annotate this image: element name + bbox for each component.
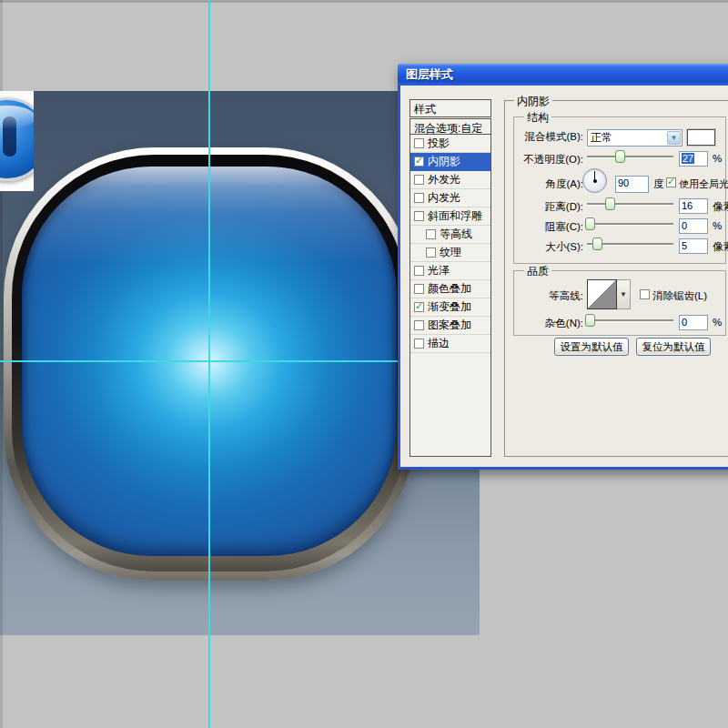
- reset-default-button[interactable]: 复位为默认值: [636, 338, 711, 356]
- slider-track: [587, 223, 673, 225]
- effect-item-pattern-overlay[interactable]: 图案叠加: [410, 317, 490, 335]
- dialog-title: 图层样式: [406, 66, 453, 83]
- angle-label: 角度(A):: [516, 177, 583, 191]
- size-field[interactable]: 5: [679, 238, 708, 254]
- checkbox-icon[interactable]: [426, 248, 436, 258]
- effect-item-satin[interactable]: 光泽: [410, 262, 490, 280]
- inner-shadow-panel: 内阴影 结构 混合模式(B): 正常 ▼ 不透明度(O):: [504, 100, 728, 457]
- noise-field[interactable]: 0: [679, 315, 708, 330]
- effect-item-bevel-emboss[interactable]: 斜面和浮雕: [410, 207, 490, 226]
- choke-label: 阻塞(C):: [516, 220, 583, 234]
- blue-orb-icon: [0, 97, 34, 181]
- slider-track: [587, 203, 673, 205]
- quality-legend: 品质: [524, 264, 551, 279]
- slider-thumb-icon[interactable]: [615, 150, 625, 163]
- checkbox-icon[interactable]: [414, 284, 424, 294]
- slider-track: [587, 156, 673, 157]
- checkbox-icon[interactable]: [414, 138, 424, 148]
- effect-item-stroke[interactable]: 描边: [410, 335, 490, 353]
- anti-alias-label: 消除锯齿(L): [652, 289, 707, 303]
- shadow-color-swatch[interactable]: [687, 129, 715, 146]
- opacity-field[interactable]: 27: [679, 151, 708, 167]
- vertical-guide[interactable]: [208, 0, 210, 728]
- styles-header[interactable]: 样式: [410, 100, 490, 118]
- slider-thumb-icon[interactable]: [585, 217, 595, 230]
- blend-mode-dropdown[interactable]: 正常 ▼: [587, 129, 682, 147]
- slider-thumb-icon[interactable]: [592, 238, 602, 250]
- size-label: 大小(S):: [516, 240, 583, 254]
- effect-item-drop-shadow[interactable]: 投影: [410, 135, 490, 153]
- layer-style-dialog: 图层样式 样式 混合选项:自定 投影 内阴影: [398, 64, 728, 470]
- checkbox-icon[interactable]: [414, 211, 424, 221]
- size-unit: 像素: [713, 240, 728, 254]
- photoshop-workspace: 图层样式 样式 混合选项:自定 投影 内阴影: [0, 0, 728, 728]
- effect-item-inner-glow[interactable]: 内发光: [410, 189, 490, 207]
- slider-thumb-icon[interactable]: [605, 197, 615, 210]
- contour-picker[interactable]: [587, 279, 617, 309]
- styles-header-box: 样式: [410, 99, 491, 117]
- opacity-slider[interactable]: [587, 150, 673, 163]
- noise-unit: %: [713, 317, 722, 328]
- document-thumbnail-panel: [0, 91, 34, 191]
- checkbox-icon[interactable]: [414, 175, 424, 185]
- inner-shadow-legend: 内阴影: [514, 94, 552, 109]
- checkbox-icon[interactable]: [426, 229, 436, 239]
- angle-unit: 度: [653, 177, 664, 191]
- distance-slider[interactable]: [587, 197, 673, 210]
- choke-field[interactable]: 0: [679, 218, 708, 234]
- effect-item-inner-shadow[interactable]: 内阴影: [410, 153, 490, 171]
- distance-unit: 像素: [713, 200, 728, 214]
- opacity-label: 不透明度(O):: [516, 153, 583, 167]
- effect-item-color-overlay[interactable]: 颜色叠加: [410, 280, 490, 298]
- size-slider[interactable]: [587, 238, 673, 250]
- effect-item-outer-glow[interactable]: 外发光: [410, 171, 490, 189]
- noise-slider[interactable]: [587, 314, 673, 327]
- effect-item-gradient-overlay[interactable]: 渐变叠加: [410, 298, 490, 317]
- slider-thumb-icon[interactable]: [585, 314, 595, 327]
- chevron-down-icon[interactable]: ▼: [617, 279, 631, 309]
- opacity-unit: %: [713, 153, 722, 164]
- workspace-top-edge: [0, 0, 728, 3]
- dialog-body: 样式 混合选项:自定 投影 内阴影 外发光: [400, 86, 728, 467]
- contour-label: 等高线:: [516, 289, 583, 303]
- quality-groupbox: 品质 等高线: ▼ 消除锯齿(L) 杂色(N): 0 %: [513, 270, 726, 336]
- horizontal-guide[interactable]: [0, 360, 398, 362]
- structure-legend: 结构: [524, 110, 551, 126]
- choke-slider[interactable]: [587, 217, 673, 230]
- use-global-light-label: 使用全局光: [679, 177, 728, 191]
- effects-list: 投影 内阴影 外发光 内发光 斜面和浮雕: [410, 134, 491, 457]
- chevron-down-icon[interactable]: ▼: [667, 131, 681, 145]
- checkbox-checked-icon[interactable]: [414, 157, 424, 167]
- checkbox-icon[interactable]: [414, 320, 424, 330]
- choke-unit: %: [713, 220, 722, 231]
- checkbox-icon[interactable]: [414, 193, 424, 203]
- structure-groupbox: 结构 混合模式(B): 正常 ▼ 不透明度(O): 27: [513, 116, 726, 264]
- dialog-titlebar[interactable]: 图层样式: [398, 64, 728, 86]
- effect-item-texture[interactable]: 纹理: [410, 244, 490, 262]
- checkbox-icon[interactable]: [414, 339, 424, 349]
- angle-field[interactable]: 90: [615, 176, 649, 193]
- dial-center-icon: [593, 179, 597, 183]
- angle-dial[interactable]: [582, 168, 607, 193]
- anti-alias-checkbox[interactable]: [640, 289, 650, 299]
- distance-label: 距离(D):: [516, 200, 583, 214]
- checkbox-checked-icon[interactable]: [414, 302, 424, 312]
- slider-track: [587, 319, 673, 321]
- checkbox-icon[interactable]: [414, 266, 424, 276]
- effect-item-contour[interactable]: 等高线: [410, 226, 490, 244]
- distance-field[interactable]: 16: [679, 198, 708, 214]
- noise-label: 杂色(N):: [516, 317, 583, 330]
- blend-mode-label: 混合模式(B):: [516, 130, 583, 144]
- use-global-light-checkbox[interactable]: [666, 177, 676, 187]
- set-default-button[interactable]: 设置为默认值: [554, 338, 629, 356]
